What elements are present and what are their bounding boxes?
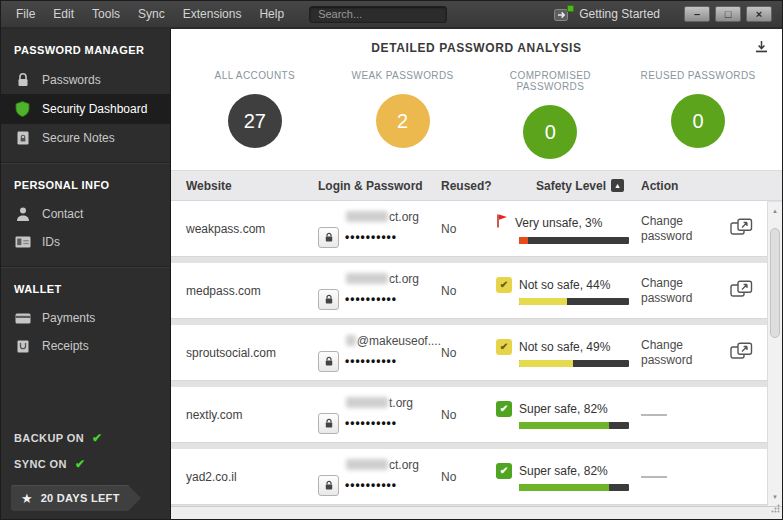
- lock-icon: [14, 72, 31, 87]
- website-cell: medpass.com: [171, 284, 318, 298]
- scroll-up-icon[interactable]: ▲: [768, 204, 782, 218]
- safety-text: Not so safe, 49%: [519, 340, 610, 354]
- safety-bar-fill: [519, 484, 609, 491]
- resize-grip-icon[interactable]: [771, 499, 780, 517]
- sidebar-item-secure-notes[interactable]: Secure Notes: [1, 124, 170, 152]
- minimize-button[interactable]: –: [684, 6, 710, 22]
- sidebar-item-passwords[interactable]: Passwords: [1, 65, 170, 94]
- check-icon: ✔: [75, 457, 85, 471]
- search-input[interactable]: [309, 6, 447, 23]
- menu-extensions[interactable]: Extensions: [174, 2, 251, 26]
- safe-check-icon: ✔: [496, 401, 512, 417]
- header-action[interactable]: Action: [641, 179, 716, 193]
- sidebar: PASSWORD MANAGER Passwords Security Dash…: [1, 29, 171, 519]
- scrollbar-thumb[interactable]: [770, 228, 780, 338]
- redacted-login: [346, 397, 388, 408]
- reveal-password-button[interactable]: [318, 413, 339, 434]
- getting-started-button[interactable]: Getting Started: [554, 7, 660, 22]
- safe-check-icon: ✔: [496, 463, 512, 479]
- status-strip: [171, 506, 782, 519]
- open-in-window-icon[interactable]: [730, 280, 753, 302]
- header-website[interactable]: Website: [171, 179, 318, 193]
- sidebar-item-ids[interactable]: IDs: [1, 228, 170, 256]
- download-report-icon[interactable]: [755, 39, 768, 57]
- login-suffix: t.org: [389, 396, 413, 410]
- maximize-button[interactable]: □: [715, 6, 741, 22]
- reveal-password-button[interactable]: [318, 475, 339, 496]
- section-title-password-manager: PASSWORD MANAGER: [1, 29, 170, 65]
- shield-icon: [14, 101, 31, 117]
- table-row: medpass.com ct.org •••••••••• No: [171, 263, 767, 319]
- safety-bar: [519, 298, 629, 305]
- table-header: Website Login & Password Reused? Safety …: [171, 171, 782, 201]
- stat-compromised-passwords: COMPROMISED PASSWORDS 0: [477, 66, 625, 170]
- vertical-scrollbar[interactable]: ▲ ▼: [767, 202, 782, 506]
- safety-bar: [519, 360, 629, 367]
- sort-ascending-icon: ▲: [611, 179, 624, 192]
- secure-note-icon: [14, 131, 31, 145]
- header-login-password[interactable]: Login & Password: [318, 179, 441, 193]
- masked-password: ••••••••••: [345, 416, 397, 430]
- change-password-action[interactable]: Change password: [641, 276, 716, 306]
- stat-label: COMPROMISED PASSWORDS: [477, 70, 625, 92]
- header-safety-level[interactable]: Safety Level ▲: [496, 179, 641, 193]
- reveal-password-button[interactable]: [318, 227, 339, 248]
- reused-cell: No: [441, 346, 496, 360]
- login-password-cell: t.org ••••••••••: [318, 396, 441, 434]
- stat-circle: 0: [671, 94, 725, 148]
- safety-bar-fill: [519, 422, 609, 429]
- stat-circle: 27: [228, 94, 282, 148]
- sidebar-item-label: Contact: [42, 207, 83, 221]
- sidebar-item-label: Passwords: [42, 73, 101, 87]
- safety-bar: [519, 422, 629, 429]
- stat-weak-passwords: WEAK PASSWORDS 2: [329, 66, 477, 170]
- sidebar-item-payments[interactable]: Payments: [1, 304, 170, 332]
- safety-level-cell: ✔ Not so safe, 49%: [496, 339, 641, 367]
- safety-text: Super safe, 82%: [519, 464, 608, 478]
- menu-help[interactable]: Help: [250, 2, 293, 26]
- person-icon: [14, 207, 31, 221]
- sidebar-item-receipts[interactable]: Receipts: [1, 332, 170, 360]
- safety-text: Super safe, 82%: [519, 402, 608, 416]
- red-flag-icon: [496, 213, 508, 232]
- change-password-action[interactable]: Change password: [641, 338, 716, 368]
- website-cell: yad2.co.il: [171, 470, 318, 484]
- masked-password: ••••••••••: [345, 292, 397, 306]
- login-suffix: ct.org: [389, 210, 419, 224]
- open-in-window-icon[interactable]: [730, 218, 753, 240]
- no-action-dash: [641, 414, 667, 416]
- trial-days-badge[interactable]: ★ 20 DAYS LEFT: [11, 485, 141, 511]
- trial-days-label: 20 DAYS LEFT: [41, 492, 120, 504]
- stat-circle: 0: [523, 105, 577, 159]
- sidebar-item-contact[interactable]: Contact: [1, 200, 170, 228]
- reused-cell: No: [441, 408, 496, 422]
- header-safety-level-label: Safety Level: [536, 179, 606, 193]
- stat-label: REUSED PASSWORDS: [624, 70, 772, 81]
- close-button[interactable]: ×: [746, 6, 772, 22]
- sidebar-item-label: Receipts: [42, 339, 89, 353]
- menu-edit[interactable]: Edit: [44, 2, 83, 26]
- change-password-action[interactable]: Change password: [641, 214, 716, 244]
- redacted-login: [346, 335, 356, 346]
- backup-status: BACKUP ON ✔: [1, 425, 170, 451]
- table-body: weakpass.com ct.org •••••••••• No: [171, 201, 782, 506]
- redacted-login: [346, 459, 388, 470]
- stat-label: ALL ACCOUNTS: [181, 70, 329, 81]
- redacted-login: [346, 211, 388, 222]
- sync-status-label: SYNC ON: [14, 458, 67, 470]
- reveal-password-button[interactable]: [318, 289, 339, 310]
- header-reused[interactable]: Reused?: [441, 179, 496, 193]
- safety-level-cell: ✔ Super safe, 82%: [496, 401, 641, 429]
- open-in-window-icon[interactable]: [730, 342, 753, 364]
- website-cell: weakpass.com: [171, 222, 318, 236]
- menu-sync[interactable]: Sync: [129, 2, 174, 26]
- check-icon: ✔: [92, 431, 102, 445]
- safety-text: Very unsafe, 3%: [515, 216, 602, 230]
- menu-tools[interactable]: Tools: [83, 2, 129, 26]
- reused-cell: No: [441, 284, 496, 298]
- menu-file[interactable]: File: [7, 2, 44, 26]
- sidebar-item-security-dashboard[interactable]: Security Dashboard: [1, 94, 170, 124]
- table-row: yad2.co.il ct.org •••••••••• No: [171, 449, 767, 505]
- reveal-password-button[interactable]: [318, 351, 339, 372]
- sync-status: SYNC ON ✔: [1, 451, 170, 477]
